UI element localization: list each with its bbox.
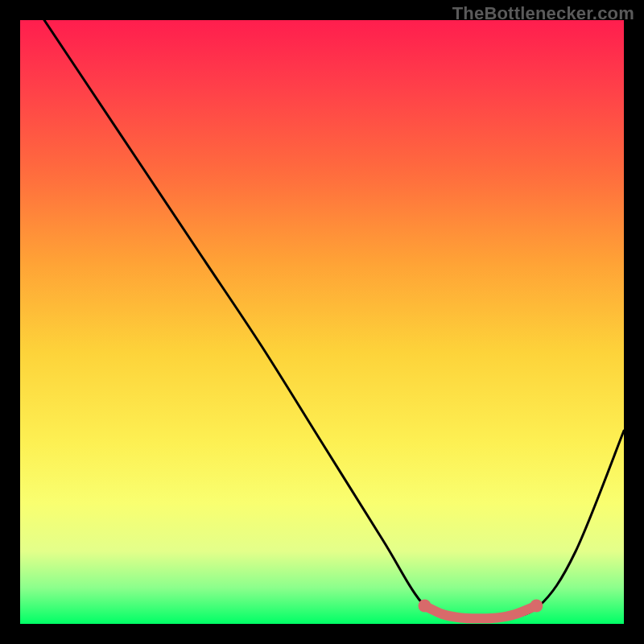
bottleneck-curve-svg bbox=[20, 20, 624, 624]
highlight-end-dot bbox=[419, 600, 431, 613]
bottleneck-highlight-path bbox=[425, 606, 537, 619]
bottleneck-curve-path bbox=[44, 20, 624, 619]
watermark-text: TheBottlenecker.com bbox=[452, 3, 634, 24]
chart-frame bbox=[20, 20, 624, 624]
highlight-end-dot bbox=[530, 600, 543, 613]
